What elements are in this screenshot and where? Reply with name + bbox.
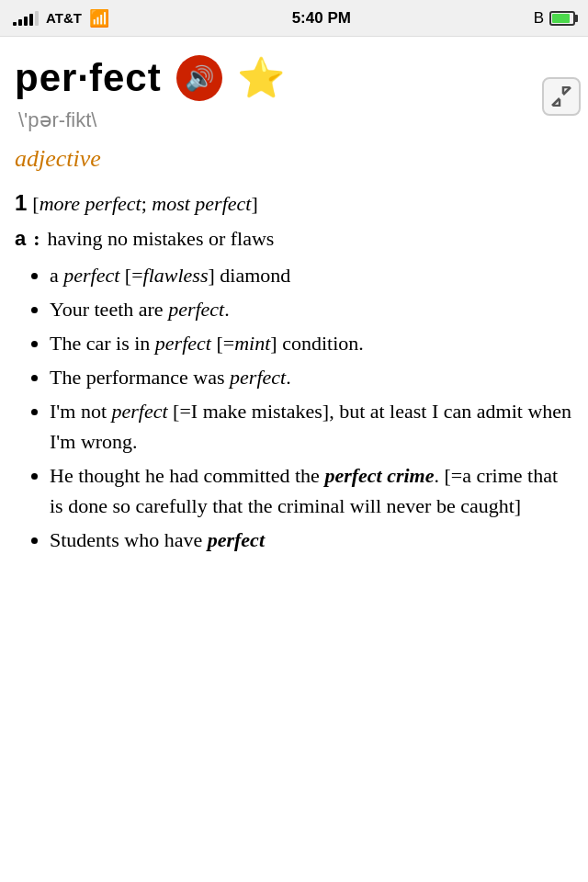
content-area: per·fect 🔊 ⭐ \'pər-fikt\ adjective 1 [mo… <box>0 37 588 573</box>
speaker-icon: 🔊 <box>185 64 214 93</box>
def-number-line: 1 [more perfect; most perfect] <box>15 186 573 220</box>
battery-fill <box>552 14 570 23</box>
list-item: He thought he had committed the perfect … <box>50 460 573 521</box>
star-icon[interactable]: ⭐ <box>237 59 285 97</box>
carrier-label: AT&T <box>46 10 82 26</box>
battery-icon <box>549 11 575 26</box>
def-forms: [more perfect; most perfect] <box>32 188 257 220</box>
list-item: I'm not perfect [=I make mistakes], but … <box>50 396 573 457</box>
def-letter-a-line: a : having no mistakes or flaws <box>15 223 573 254</box>
sound-button[interactable]: 🔊 <box>176 55 222 101</box>
list-item: Students who have perfect <box>50 525 573 555</box>
list-item: The car is in perfect [=mint] condition. <box>50 328 573 358</box>
definition-section: 1 [more perfect; most perfect] a : havin… <box>15 186 573 555</box>
wifi-icon: 📶 <box>89 8 109 28</box>
bar1 <box>13 22 17 26</box>
def-letter-a: a <box>15 223 26 254</box>
def-colon: : <box>33 223 40 254</box>
part-of-speech: adjective <box>15 145 573 173</box>
signal-bars-icon <box>13 11 39 26</box>
status-bar: AT&T 📶 5:40 PM B <box>0 0 588 37</box>
bluetooth-icon: B <box>534 9 544 28</box>
examples-list: a perfect [=flawless] diamond Your teeth… <box>50 260 573 555</box>
word-header: per·fect 🔊 ⭐ <box>15 55 573 101</box>
def-number: 1 <box>15 186 27 220</box>
list-item: Your teeth are perfect. <box>50 294 573 324</box>
bar3 <box>24 17 28 26</box>
list-item: a perfect [=flawless] diamond <box>50 260 573 290</box>
bar5 <box>35 11 39 26</box>
bar4 <box>29 14 33 26</box>
clock: 5:40 PM <box>292 9 351 28</box>
list-item: The performance was perfect. <box>50 362 573 392</box>
status-left: AT&T 📶 <box>13 8 109 28</box>
word-title: per·fect <box>15 56 162 100</box>
bar2 <box>18 19 22 26</box>
status-right: B <box>534 9 575 28</box>
pronunciation: \'pər-fikt\ <box>18 108 573 132</box>
def-a-text: having no mistakes or flaws <box>48 223 275 254</box>
main-content: per·fect 🔊 ⭐ \'pər-fikt\ adjective 1 [mo… <box>0 37 588 573</box>
